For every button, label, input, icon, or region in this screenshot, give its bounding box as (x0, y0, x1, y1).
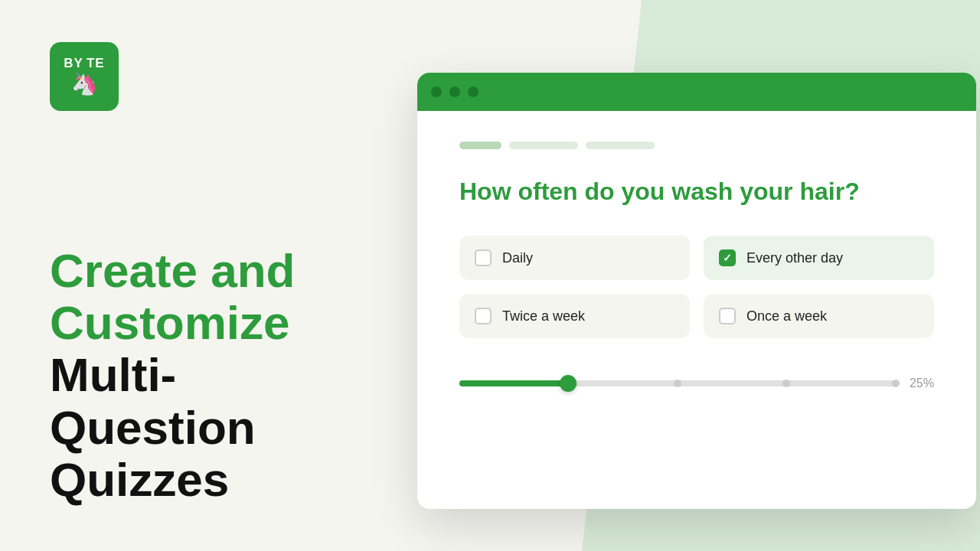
checkbox-every-other-day[interactable] (719, 249, 736, 266)
option-every-other-day[interactable]: Every other day (704, 236, 934, 280)
logo-icon: 🦄 (71, 73, 98, 96)
slider-area: 25% (459, 377, 934, 390)
progress-pill-2 (509, 142, 578, 149)
option-label-daily: Daily (502, 250, 533, 266)
slider-fill (459, 380, 568, 386)
logo-box: BYTE 🦄 (50, 42, 119, 111)
slider-dot-2 (782, 380, 790, 387)
slider-dot-3 (892, 380, 900, 387)
options-grid: Daily Every other day Twice a week Once … (459, 236, 934, 338)
headline-part2: Customize (50, 296, 289, 349)
question-text: How often do you wash your hair? (459, 176, 934, 207)
headline-part3: Multi-Question (50, 348, 256, 453)
browser-titlebar (417, 73, 976, 111)
option-label-once-a-week: Once a week (746, 308, 827, 324)
option-label-twice-a-week: Twice a week (502, 308, 585, 324)
top-progress (459, 142, 934, 149)
checkbox-daily[interactable] (475, 249, 492, 266)
progress-pill-active (459, 142, 501, 149)
traffic-dot-2 (449, 86, 460, 97)
slider-thumb[interactable] (560, 375, 577, 392)
option-once-a-week[interactable]: Once a week (704, 294, 934, 338)
headline: Create and Customize Multi-Question Quiz… (50, 245, 379, 506)
checkbox-twice-a-week[interactable] (475, 308, 492, 324)
browser-window: How often do you wash your hair? Daily E… (417, 73, 976, 509)
option-twice-a-week[interactable]: Twice a week (459, 294, 690, 338)
browser-content: How often do you wash your hair? Daily E… (417, 111, 976, 421)
headline-part1: Create and (50, 244, 295, 297)
option-label-every-other-day: Every other day (746, 250, 843, 266)
logo-container: BYTE 🦄 (50, 42, 119, 111)
progress-pill-3 (586, 142, 655, 149)
left-content: Create and Customize Multi-Question Quiz… (50, 245, 379, 506)
traffic-dot-1 (431, 86, 442, 97)
headline-part4: Quizzes (50, 453, 229, 506)
checkbox-once-a-week[interactable] (719, 308, 736, 324)
slider-percent: 25% (910, 377, 934, 390)
slider-track[interactable] (459, 380, 896, 386)
option-daily[interactable]: Daily (459, 236, 690, 280)
logo-text: BYTE (64, 57, 104, 71)
slider-dot-1 (674, 380, 681, 387)
traffic-dot-3 (468, 86, 479, 97)
